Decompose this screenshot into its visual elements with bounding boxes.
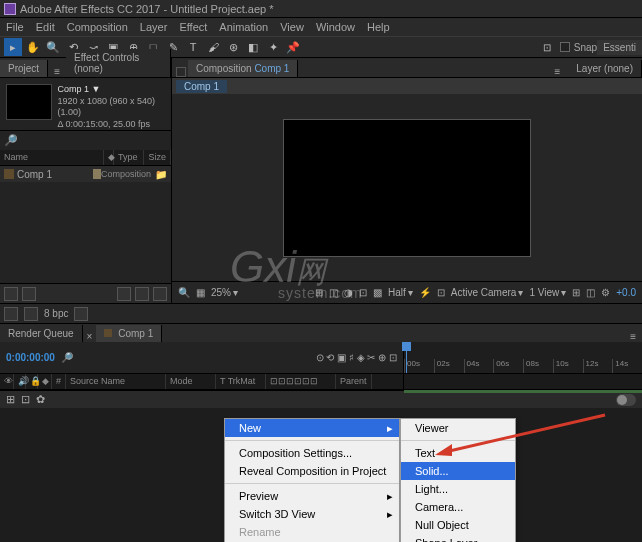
tl-footer-icon-3[interactable]: ✿ <box>36 393 45 406</box>
col-name[interactable]: Name <box>0 150 104 165</box>
col-source-name[interactable]: Source Name <box>66 374 166 389</box>
menu-layer[interactable]: Layer <box>140 21 168 33</box>
viewer-canvas[interactable] <box>172 94 642 281</box>
col-size[interactable]: Size <box>144 150 171 165</box>
zoom-dropdown[interactable]: 25% ▾ <box>211 287 238 298</box>
submenu-light[interactable]: Light... <box>401 480 515 498</box>
submenu-solid[interactable]: Solid... <box>401 462 515 480</box>
comp-dimensions: 1920 x 1080 (960 x 540) (1.00) <box>58 96 166 119</box>
render-queue-tab[interactable]: Render Queue <box>0 325 83 342</box>
menu-switch-3d-view[interactable]: Switch 3D View <box>225 505 399 523</box>
submenu-shape-layer[interactable]: Shape Layer <box>401 534 515 542</box>
toggle-switches[interactable] <box>616 394 636 406</box>
col-label-icon[interactable]: ◆ <box>104 150 114 165</box>
menu-preview[interactable]: Preview <box>225 487 399 505</box>
composition-viewer-tab[interactable]: Composition Comp 1 <box>188 60 298 77</box>
info-icon-1[interactable] <box>4 307 18 321</box>
magnify-icon[interactable]: 🔍 <box>178 287 190 298</box>
menu-reveal-composition[interactable]: Reveal Composition in Project <box>225 462 399 480</box>
view-opt3-icon[interactable]: ⚙ <box>601 287 610 298</box>
fast-preview-icon[interactable]: ⚡ <box>419 287 431 298</box>
menu-effect[interactable]: Effect <box>179 21 207 33</box>
comp-subtab[interactable]: Comp 1 <box>176 80 227 93</box>
col-number[interactable]: # <box>52 374 66 389</box>
new-folder-icon[interactable] <box>117 287 131 301</box>
menu-view[interactable]: View <box>280 21 304 33</box>
menu-window[interactable]: Window <box>316 21 355 33</box>
hand-tool-icon[interactable]: ✋ <box>24 38 42 56</box>
interpret-footage-icon[interactable] <box>4 287 18 301</box>
pin-icon[interactable] <box>176 67 186 77</box>
menu-edit[interactable]: Edit <box>36 21 55 33</box>
menu-composition-settings[interactable]: Composition Settings... <box>225 444 399 462</box>
new-comp-icon[interactable] <box>135 287 149 301</box>
resolution-dropdown[interactable]: Half ▾ <box>388 287 413 298</box>
timeline-icons-row[interactable]: ⊙ ⟲ ▣ ♯ ◈ ✂ ⊕ ⊡ <box>316 352 397 363</box>
submenu-camera[interactable]: Camera... <box>401 498 515 516</box>
camera-dropdown[interactable]: Active Camera ▾ <box>451 287 524 298</box>
workspace-tab[interactable]: Essenti <box>597 40 642 55</box>
panel-menu-icon[interactable]: ≡ <box>48 66 66 77</box>
zoom-tool-icon[interactable]: 🔍 <box>44 38 62 56</box>
type-tool-icon[interactable]: T <box>184 38 202 56</box>
submenu-viewer[interactable]: Viewer <box>401 419 515 437</box>
project-search-input[interactable] <box>22 135 167 146</box>
trash-icon[interactable] <box>153 287 167 301</box>
work-area-bar[interactable] <box>404 390 642 393</box>
submenu-text[interactable]: Text <box>401 444 515 462</box>
roto-tool-icon[interactable]: ✦ <box>264 38 282 56</box>
exposure-value[interactable]: +0.0 <box>616 287 636 298</box>
menu-animation[interactable]: Animation <box>219 21 268 33</box>
resolution-icon[interactable]: ⊞ <box>315 287 323 298</box>
clone-tool-icon[interactable]: ⊛ <box>224 38 242 56</box>
view-dropdown[interactable]: 1 View ▾ <box>529 287 566 298</box>
col-trkmat[interactable]: T TrkMat <box>216 374 266 389</box>
submenu-null-object[interactable]: Null Object <box>401 516 515 534</box>
eraser-tool-icon[interactable]: ◧ <box>244 38 262 56</box>
current-timecode[interactable]: 0:00:00:00 <box>6 352 55 363</box>
puppet-tool-icon[interactable]: 📌 <box>284 38 302 56</box>
menu-help[interactable]: Help <box>367 21 390 33</box>
transparency-icon[interactable]: ▩ <box>373 287 382 298</box>
mask-icon[interactable]: ◑ <box>344 287 353 298</box>
info-icon-2[interactable] <box>24 307 38 321</box>
selection-tool-icon[interactable]: ▸ <box>4 38 22 56</box>
project-list[interactable]: Comp 1 Composition 📁 <box>0 166 171 283</box>
col-type[interactable]: Type <box>114 150 145 165</box>
tl-footer-icon-1[interactable]: ⊞ <box>6 393 15 406</box>
grid-icon[interactable]: ▦ <box>196 287 205 298</box>
col-label-icon[interactable]: ◆ <box>38 374 52 389</box>
trash-icon-2[interactable] <box>74 307 88 321</box>
menu-file[interactable]: File <box>6 21 24 33</box>
project-item[interactable]: Comp 1 Composition 📁 <box>0 166 171 182</box>
timeline-menu-icon[interactable]: ≡ <box>624 331 642 342</box>
timeline-comp-tab[interactable]: Comp 1 <box>96 325 162 342</box>
effect-controls-tab[interactable]: Effect Controls (none) <box>66 49 171 77</box>
col-lock-icon[interactable]: 🔒 <box>26 374 38 389</box>
col-switches-icon[interactable]: ⊡⊡⊡⊡⊡⊡ <box>266 374 336 389</box>
col-audio-icon[interactable]: 🔊 <box>14 374 26 389</box>
brush-tool-icon[interactable]: 🖌 <box>204 38 222 56</box>
bit-depth-label[interactable]: 8 bpc <box>44 308 68 319</box>
timecode-icon[interactable]: ⊡ <box>437 287 445 298</box>
col-parent[interactable]: Parent <box>336 374 372 389</box>
project-tab[interactable]: Project <box>0 60 48 77</box>
snapping-checkbox[interactable] <box>560 42 570 52</box>
snap-icon[interactable]: ⊡ <box>538 38 556 56</box>
col-mode[interactable]: Mode <box>166 374 216 389</box>
label-color-icon[interactable] <box>93 169 101 179</box>
menu-new[interactable]: New <box>225 419 399 437</box>
col-video-icon[interactable]: 👁 <box>0 374 14 389</box>
menu-composition[interactable]: Composition <box>67 21 128 33</box>
timeline-search-icon[interactable]: 🔎 <box>61 352 73 363</box>
viewer-menu-icon[interactable]: ≡ <box>548 66 566 77</box>
bit-depth-icon[interactable] <box>22 287 36 301</box>
region-icon[interactable]: ⊡ <box>359 287 367 298</box>
view-opt1-icon[interactable]: ⊞ <box>572 287 580 298</box>
composition-stage[interactable] <box>283 119 531 257</box>
channel-icon[interactable]: ◫ <box>329 287 338 298</box>
layer-viewer-tab[interactable]: Layer (none) <box>568 60 642 77</box>
time-ruler[interactable]: 00s 02s 04s 06s 08s 10s 12s 14s <box>404 342 642 373</box>
tl-footer-icon-2[interactable]: ⊡ <box>21 393 30 406</box>
view-opt2-icon[interactable]: ◫ <box>586 287 595 298</box>
